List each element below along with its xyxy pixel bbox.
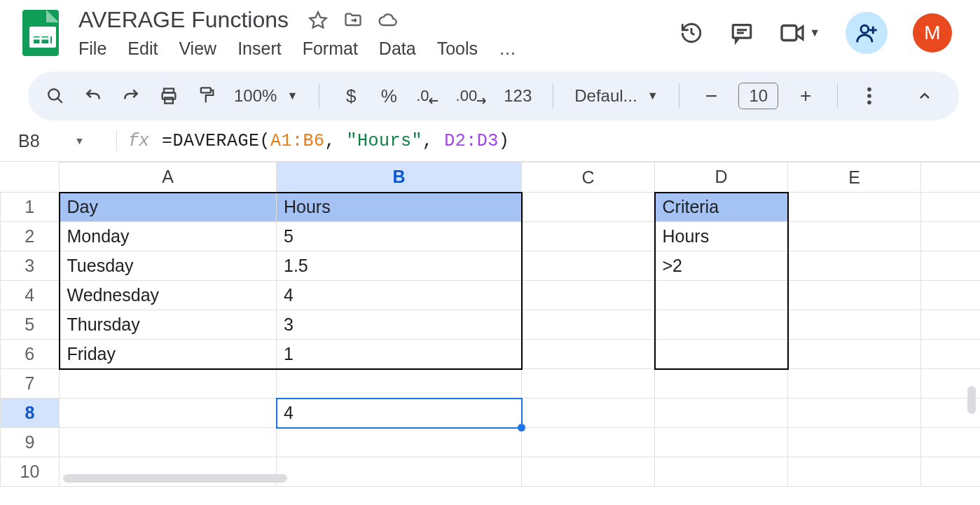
move-icon[interactable]: [343, 11, 363, 30]
cell-B9[interactable]: [277, 428, 522, 457]
cell-D9[interactable]: [655, 428, 788, 457]
history-icon[interactable]: [679, 20, 704, 46]
sheets-logo[interactable]: [21, 8, 60, 57]
row-header-8[interactable]: 8: [1, 399, 60, 428]
menu-more[interactable]: …: [499, 39, 516, 59]
format-123-icon[interactable]: 123: [504, 82, 532, 110]
cell-C10[interactable]: [522, 457, 655, 487]
cell-D10[interactable]: [655, 457, 788, 487]
selection-handle[interactable]: [518, 424, 525, 431]
cell-B8[interactable]: 4: [277, 399, 522, 428]
cell-C2[interactable]: [522, 222, 655, 251]
cell-D4[interactable]: [655, 281, 788, 310]
cell-D2[interactable]: Hours: [655, 222, 788, 251]
comment-icon[interactable]: [729, 20, 754, 46]
cell-F2[interactable]: [921, 222, 981, 251]
increase-decimal-icon[interactable]: .00: [456, 82, 488, 110]
row-header-7[interactable]: 7: [1, 369, 60, 399]
vertical-scrollbar[interactable]: [967, 386, 976, 414]
cell-A2[interactable]: Monday: [60, 222, 277, 251]
currency-icon[interactable]: $: [340, 82, 361, 110]
spreadsheet-grid[interactable]: A B C D E 1 Day Hours Criteria 2 Monday …: [0, 162, 980, 487]
font-size-input[interactable]: 10: [738, 83, 778, 109]
cell-E10[interactable]: [788, 457, 921, 487]
cell-E9[interactable]: [788, 428, 921, 457]
cell-E7[interactable]: [788, 369, 921, 399]
redo-icon[interactable]: [120, 82, 142, 110]
menu-edit[interactable]: Edit: [127, 39, 158, 59]
cell-F10[interactable]: [921, 457, 981, 487]
star-icon[interactable]: [308, 11, 328, 30]
decrease-font-icon[interactable]: −: [701, 82, 722, 110]
row-header-2[interactable]: 2: [1, 222, 60, 251]
cell-E4[interactable]: [788, 281, 921, 310]
font-selector[interactable]: Defaul...: [574, 86, 637, 106]
col-header-D[interactable]: D: [655, 162, 788, 193]
row-header-4[interactable]: 4: [1, 281, 60, 310]
cell-E8[interactable]: [788, 399, 921, 428]
cloud-icon[interactable]: [378, 11, 398, 30]
cell-E3[interactable]: [788, 251, 921, 281]
cell-D8[interactable]: [655, 399, 788, 428]
cell-F3[interactable]: [921, 251, 981, 281]
cell-F9[interactable]: [921, 428, 981, 457]
cell-F4[interactable]: [921, 281, 981, 310]
menu-view[interactable]: View: [179, 39, 216, 59]
collapse-toolbar-icon[interactable]: [907, 78, 942, 113]
menu-data[interactable]: Data: [379, 39, 416, 59]
cell-B2[interactable]: 5: [277, 222, 522, 251]
cell-F5[interactable]: [921, 310, 981, 340]
cell-A5[interactable]: Thursday: [60, 310, 277, 340]
cell-B4[interactable]: 4: [277, 281, 522, 310]
meet-dropdown-icon[interactable]: ▼: [809, 27, 820, 39]
cell-A3[interactable]: Tuesday: [60, 251, 277, 281]
document-title[interactable]: AVERAGE Functions: [78, 7, 289, 33]
undo-icon[interactable]: [83, 82, 104, 110]
horizontal-scrollbar[interactable]: [63, 474, 287, 483]
cell-A1[interactable]: Day: [60, 193, 277, 222]
cell-A9[interactable]: [60, 428, 277, 457]
zoom-dropdown-icon[interactable]: ▼: [287, 90, 298, 102]
cell-F1[interactable]: [921, 193, 981, 222]
row-header-9[interactable]: 9: [1, 428, 60, 457]
row-header-3[interactable]: 3: [1, 251, 60, 281]
row-header-1[interactable]: 1: [1, 193, 60, 222]
share-button[interactable]: [846, 12, 888, 54]
increase-font-icon[interactable]: +: [795, 82, 816, 110]
cell-E6[interactable]: [788, 340, 921, 369]
cell-D6[interactable]: [655, 340, 788, 369]
cell-C5[interactable]: [522, 310, 655, 340]
print-icon[interactable]: [158, 82, 179, 110]
cell-C1[interactable]: [522, 193, 655, 222]
cell-A7[interactable]: [60, 369, 277, 399]
zoom-level[interactable]: 100%: [234, 86, 277, 106]
menu-file[interactable]: File: [78, 39, 106, 59]
row-header-6[interactable]: 6: [1, 340, 60, 369]
name-box-dropdown-icon[interactable]: ▼: [75, 135, 85, 146]
cell-E2[interactable]: [788, 222, 921, 251]
cell-E5[interactable]: [788, 310, 921, 340]
cell-B6[interactable]: 1: [277, 340, 522, 369]
cell-C7[interactable]: [522, 369, 655, 399]
cell-C8[interactable]: [522, 399, 655, 428]
cell-B3[interactable]: 1.5: [277, 251, 522, 281]
cell-D5[interactable]: [655, 310, 788, 340]
cell-C6[interactable]: [522, 340, 655, 369]
cell-C3[interactable]: [522, 251, 655, 281]
font-dropdown-icon[interactable]: ▼: [647, 90, 658, 102]
row-header-10[interactable]: 10: [1, 457, 60, 487]
menu-format[interactable]: Format: [303, 39, 358, 59]
cell-B10[interactable]: [277, 457, 522, 487]
meet-icon[interactable]: [780, 20, 805, 46]
cell-B5[interactable]: 3: [277, 310, 522, 340]
cell-C4[interactable]: [522, 281, 655, 310]
cell-A8[interactable]: [60, 399, 277, 428]
col-header-E[interactable]: E: [788, 162, 921, 193]
cell-D1[interactable]: Criteria: [655, 193, 788, 222]
col-header-B[interactable]: B: [277, 162, 522, 193]
row-header-5[interactable]: 5: [1, 310, 60, 340]
name-box[interactable]: B8: [18, 131, 40, 151]
menu-tools[interactable]: Tools: [437, 39, 478, 59]
cell-F6[interactable]: [921, 340, 981, 369]
col-header-C[interactable]: C: [522, 162, 655, 193]
